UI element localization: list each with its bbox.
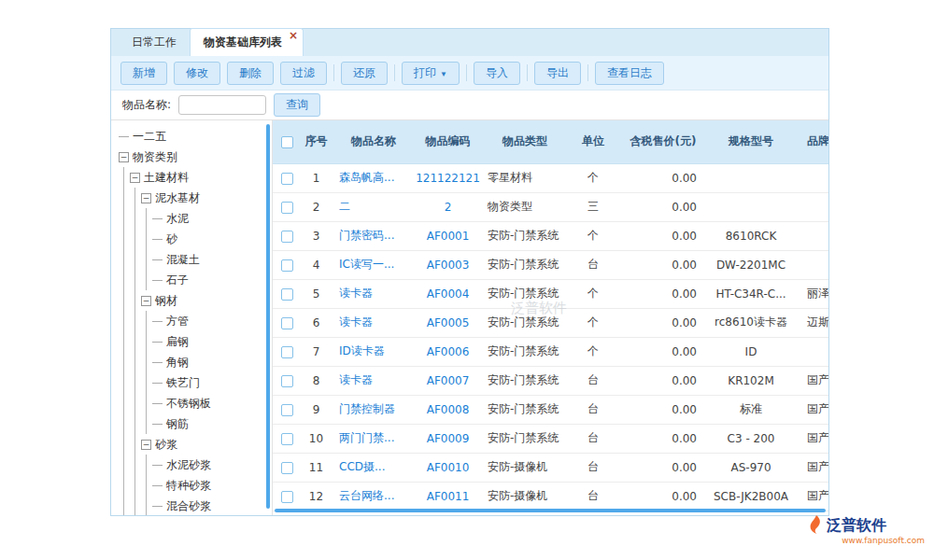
cell-name[interactable]: 读卡器 <box>332 308 416 337</box>
cell-code[interactable]: 121122121 <box>416 163 480 192</box>
cell-unit: 台 <box>570 482 616 511</box>
tree-item-钢材[interactable]: −钢材 <box>119 290 272 311</box>
cell-code[interactable]: AF0009 <box>416 424 480 453</box>
toolbar-button-过滤[interactable]: 过滤 <box>280 62 327 85</box>
toolbar-separator <box>394 64 395 81</box>
cell-unit: 个 <box>570 308 616 337</box>
tree-item-石子[interactable]: 石子 <box>119 270 272 290</box>
row-checkbox[interactable] <box>281 404 293 416</box>
tree-item-土建材料[interactable]: −土建材料 <box>119 167 272 188</box>
tree-guide-line <box>119 434 130 455</box>
cell-code[interactable]: AF0010 <box>416 453 480 482</box>
tree: 一二五−物资类别−土建材料−泥水基材水泥砂混凝土石子−钢材方管扁钢角钢铁艺门不锈… <box>111 120 273 515</box>
tree-leaf-connector-icon <box>152 485 163 486</box>
cell-no: 5 <box>301 279 332 308</box>
cell-price: 0.00 <box>616 453 710 482</box>
row-checkbox[interactable] <box>281 259 293 272</box>
table-horizontal-scrollbar[interactable] <box>275 509 826 512</box>
tab-物资基础库列表[interactable]: 物资基础库列表× <box>190 28 304 56</box>
toolbar-button-导出[interactable]: 导出 <box>534 62 581 85</box>
cell-name[interactable]: ID读卡器 <box>332 337 416 366</box>
tree-item-泥水基材[interactable]: −泥水基材 <box>119 188 272 208</box>
cell-name[interactable]: 两门门禁... <box>332 424 416 453</box>
cell-name[interactable]: 读卡器 <box>332 366 416 395</box>
cell-code[interactable]: AF0003 <box>416 250 480 279</box>
cell-checkbox <box>273 163 301 192</box>
toolbar-button-还原[interactable]: 还原 <box>341 62 388 85</box>
tree-collapse-icon[interactable]: − <box>141 193 151 203</box>
cell-brand <box>792 163 828 192</box>
row-checkbox[interactable] <box>281 288 293 301</box>
cell-brand: 国产 <box>792 366 828 395</box>
tree-item-特种砂浆[interactable]: 特种砂浆 <box>119 475 272 496</box>
cell-brand: 国产 <box>792 395 828 424</box>
tree-item-砂浆[interactable]: −砂浆 <box>119 434 272 455</box>
cell-code[interactable]: AF0005 <box>416 308 480 337</box>
cell-name[interactable]: 森岛帆高... <box>332 163 416 192</box>
cell-name[interactable]: 门禁控制器 <box>332 395 416 424</box>
tree-item-不锈钢板[interactable]: 不锈钢板 <box>119 393 272 413</box>
tree-guide-line <box>141 372 152 393</box>
cell-type: 安防-门禁系统 <box>480 395 570 424</box>
tab-日常工作[interactable]: 日常工作 <box>119 29 190 56</box>
tree-collapse-icon[interactable]: − <box>141 440 151 450</box>
cell-code[interactable]: AF0001 <box>416 221 480 250</box>
tree-item-一二五[interactable]: 一二五 <box>119 126 272 147</box>
cell-name[interactable]: 二 <box>332 192 416 221</box>
tab-close-icon[interactable]: × <box>289 30 298 41</box>
tree-item-方管[interactable]: 方管 <box>119 311 272 331</box>
tree-collapse-icon[interactable]: − <box>130 173 140 183</box>
table-row: 11CCD摄...AF0010安防-摄像机台0.00AS-970国产 <box>273 453 828 482</box>
tree-item-混合砂浆[interactable]: 混合砂浆 <box>119 496 272 515</box>
row-checkbox[interactable] <box>281 462 293 474</box>
toolbar-button-新增[interactable]: 新增 <box>120 62 167 85</box>
cell-name[interactable]: CCD摄... <box>332 453 416 482</box>
row-checkbox[interactable] <box>281 433 293 445</box>
cell-no: 10 <box>301 424 332 453</box>
row-checkbox[interactable] <box>281 231 293 243</box>
row-checkbox[interactable] <box>281 202 293 214</box>
tree-guide-line <box>130 413 141 434</box>
row-checkbox[interactable] <box>281 317 293 329</box>
select-all-checkbox[interactable] <box>281 136 293 148</box>
row-checkbox[interactable] <box>281 346 293 358</box>
cell-code[interactable]: AF0011 <box>416 482 480 511</box>
cell-code[interactable]: AF0007 <box>416 366 480 395</box>
cell-code[interactable]: 2 <box>416 192 480 221</box>
row-checkbox[interactable] <box>281 173 293 185</box>
col-header-brand: 品牌 <box>792 120 828 163</box>
toolbar-button-导入[interactable]: 导入 <box>474 62 520 85</box>
tree-item-角钢[interactable]: 角钢 <box>119 352 272 372</box>
tree-collapse-icon[interactable]: − <box>119 152 129 162</box>
tree-item-水泥砂浆[interactable]: 水泥砂浆 <box>119 455 272 475</box>
tree-scrollbar[interactable] <box>266 124 270 509</box>
tree-item-砂[interactable]: 砂 <box>119 229 272 249</box>
tree-item-水泥[interactable]: 水泥 <box>119 208 272 229</box>
cell-name[interactable]: 读卡器 <box>332 279 416 308</box>
cell-brand <box>792 221 828 250</box>
tree-item-扁钢[interactable]: 扁钢 <box>119 331 272 352</box>
cell-name[interactable]: IC读写一... <box>332 250 416 279</box>
cell-name[interactable]: 云台网络... <box>332 482 416 511</box>
table-row: 9门禁控制器AF0008安防-门禁系统台0.00标准国产 <box>273 395 828 424</box>
tree-leaf-connector-icon <box>152 342 163 343</box>
cell-code[interactable]: AF0006 <box>416 337 480 366</box>
tree-item-铁艺门[interactable]: 铁艺门 <box>119 372 272 393</box>
cell-code[interactable]: AF0004 <box>416 279 480 308</box>
item-name-input[interactable] <box>178 95 266 115</box>
cell-code[interactable]: AF0008 <box>416 395 480 424</box>
toolbar-button-查看日志[interactable]: 查看日志 <box>595 62 664 85</box>
toolbar-button-删除[interactable]: 删除 <box>227 62 274 85</box>
tree-item-钢筋[interactable]: 钢筋 <box>119 413 272 434</box>
row-checkbox[interactable] <box>281 375 293 387</box>
cell-name[interactable]: 门禁密码... <box>332 221 416 250</box>
query-button[interactable]: 查询 <box>274 93 320 117</box>
tree-item-混凝土[interactable]: 混凝土 <box>119 249 272 270</box>
cell-checkbox <box>273 424 301 453</box>
toolbar-button-修改[interactable]: 修改 <box>174 62 220 85</box>
toolbar-button-打印[interactable]: 打印▼ <box>402 62 460 85</box>
cell-no: 6 <box>301 308 332 337</box>
row-checkbox[interactable] <box>281 491 293 503</box>
tree-collapse-icon[interactable]: − <box>141 296 151 306</box>
tree-item-物资类别[interactable]: −物资类别 <box>119 147 272 167</box>
